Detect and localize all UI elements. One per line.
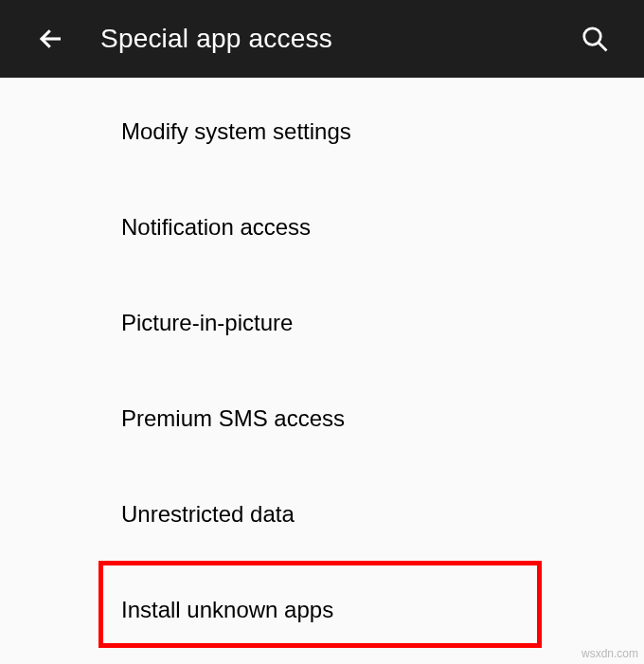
list-item-label: Modify system settings: [121, 118, 351, 145]
arrow-left-icon: [37, 25, 65, 53]
search-icon: [581, 25, 609, 53]
watermark: wsxdn.com: [581, 647, 638, 660]
svg-line-2: [599, 43, 607, 51]
list-item-label: Premium SMS access: [121, 405, 345, 432]
search-button[interactable]: [574, 18, 616, 60]
list-item-label: Unrestricted data: [121, 501, 295, 528]
list-item-label: Picture-in-picture: [121, 310, 293, 336]
back-button[interactable]: [32, 20, 70, 58]
list-item-unrestricted-data[interactable]: Unrestricted data: [0, 466, 644, 562]
list-item-premium-sms-access[interactable]: Premium SMS access: [0, 370, 644, 466]
page-title: Special app access: [100, 24, 544, 54]
list-item-modify-system-settings[interactable]: Modify system settings: [0, 83, 644, 179]
list-item-picture-in-picture[interactable]: Picture-in-picture: [0, 275, 644, 370]
svg-point-1: [584, 28, 601, 45]
list-item-notification-access[interactable]: Notification access: [0, 179, 644, 275]
list-item-label: Install unknown apps: [121, 597, 333, 623]
list-item-install-unknown-apps[interactable]: Install unknown apps: [0, 562, 644, 657]
app-bar: Special app access: [0, 0, 644, 78]
settings-list: Modify system settings Notification acce…: [0, 78, 644, 657]
list-item-label: Notification access: [121, 214, 311, 241]
